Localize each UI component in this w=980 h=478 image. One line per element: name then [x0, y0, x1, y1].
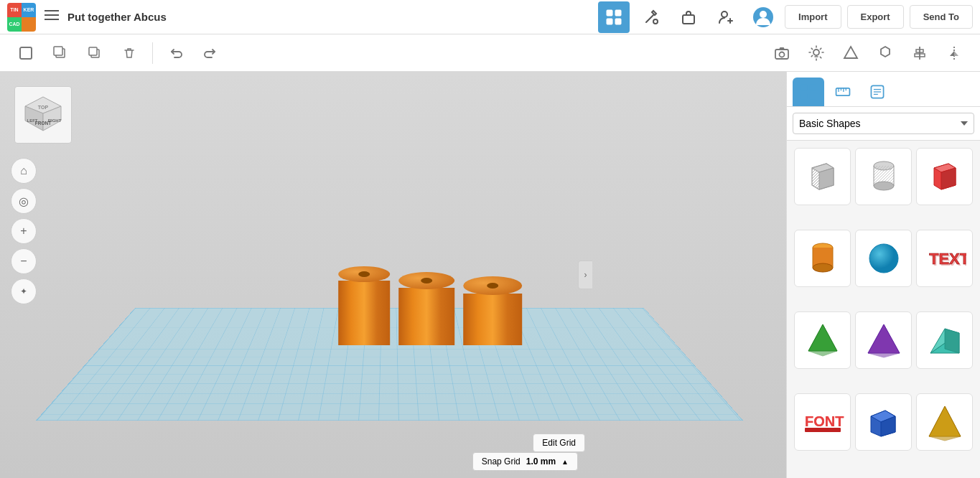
- canvas-3d[interactable]: TOP LEFT RIGHT FRONT ⌂ ◎ + − ✦ Edit Grid…: [0, 72, 786, 478]
- zoom-in-button[interactable]: +: [11, 218, 37, 244]
- cylinder-1-hole: [358, 271, 370, 277]
- main-area: TOP LEFT RIGHT FRONT ⌂ ◎ + − ✦ Edit Grid…: [0, 72, 980, 478]
- logo[interactable]: TIN KER CAD: [7, 3, 36, 32]
- view-controls: ⌂ ◎ + − ✦: [11, 158, 37, 304]
- viewport[interactable]: TOP LEFT RIGHT FRONT ⌂ ◎ + − ✦ Edit Grid…: [0, 72, 786, 478]
- undo-button[interactable]: [160, 37, 192, 69]
- shape-cylinder-solid[interactable]: [855, 148, 912, 205]
- shape-pyramid-green[interactable]: [794, 311, 851, 369]
- shape-box-red[interactable]: [916, 148, 973, 205]
- topbar: TIN KER CAD Put together Abcus: [0, 0, 980, 34]
- snap-grid-up[interactable]: ▲: [561, 458, 569, 466]
- svg-rect-0: [45, 10, 59, 11]
- logo-tr: KER: [22, 3, 36, 17]
- cylinder-2[interactable]: [398, 272, 454, 345]
- light-button[interactable]: [801, 37, 832, 69]
- cylinder-2-top: [398, 272, 454, 289]
- svg-text:FRONT: FRONT: [35, 121, 51, 126]
- svg-point-19: [813, 50, 819, 55]
- bag-button[interactable]: [673, 1, 704, 33]
- svg-text:TOP: TOP: [38, 105, 49, 110]
- svg-rect-36: [810, 85, 816, 91]
- cylinder-3[interactable]: [463, 276, 522, 345]
- grid-view-button[interactable]: [598, 1, 630, 33]
- svg-marker-73: [945, 329, 959, 353]
- cylinder-1-top: [338, 266, 390, 282]
- export-button[interactable]: Export: [847, 5, 904, 29]
- shape-pyramid-yellow[interactable]: [916, 393, 973, 451]
- svg-marker-68: [808, 324, 837, 356]
- cylinder-2-body: [398, 288, 454, 345]
- cylinder-3-body: [463, 294, 522, 345]
- duplicate-button[interactable]: [79, 37, 111, 69]
- collapse-sidebar-button[interactable]: ›: [578, 261, 592, 289]
- svg-rect-6: [615, 19, 621, 24]
- svg-marker-70: [868, 324, 900, 357]
- svg-point-18: [780, 52, 785, 57]
- cylinder-3-top: [463, 276, 522, 295]
- mirror-button[interactable]: [938, 37, 970, 69]
- camera-button[interactable]: [766, 37, 798, 69]
- cylinder-2-hole: [421, 278, 432, 283]
- svg-rect-5: [607, 19, 612, 24]
- select-button[interactable]: [10, 37, 42, 69]
- import-button[interactable]: Import: [785, 5, 841, 29]
- cylinder-1[interactable]: [338, 266, 390, 345]
- sidebar: Basic Shapes Featured Shapes Letters Num…: [786, 72, 980, 478]
- svg-marker-26: [950, 51, 954, 56]
- svg-point-53: [874, 182, 894, 190]
- shape-text-3d[interactable]: TEXT TEXT: [916, 230, 973, 287]
- svg-rect-37: [801, 93, 808, 100]
- svg-text:TEXT: TEXT: [930, 251, 966, 269]
- shape-sphere[interactable]: [855, 230, 912, 287]
- copy-button[interactable]: [45, 37, 76, 69]
- shape-pyramid-purple[interactable]: [855, 311, 912, 369]
- svg-rect-12: [20, 47, 32, 59]
- shape-wedge[interactable]: [916, 311, 973, 369]
- svg-rect-38: [810, 93, 816, 100]
- svg-point-11: [760, 11, 767, 18]
- home-view-button[interactable]: ⌂: [11, 158, 37, 184]
- snap-grid-label: Snap Grid: [482, 456, 521, 467]
- shape2-button[interactable]: [869, 37, 901, 69]
- shapes-selector: Basic Shapes Featured Shapes Letters Num…: [787, 107, 980, 141]
- tab-notes[interactable]: [862, 78, 893, 106]
- orbit-button[interactable]: ◎: [11, 188, 37, 214]
- profile-button[interactable]: [747, 1, 779, 33]
- svg-point-64: [869, 244, 898, 273]
- shape-cylinder-orange[interactable]: [794, 230, 851, 287]
- svg-point-9: [722, 11, 727, 17]
- shapes-category-select[interactable]: Basic Shapes Featured Shapes Letters Num…: [793, 113, 974, 134]
- tab-ruler[interactable]: [827, 78, 859, 106]
- svg-marker-81: [929, 406, 961, 441]
- shape-text-bump[interactable]: FONT FONT: [794, 393, 851, 451]
- shape-button[interactable]: [835, 37, 867, 69]
- shape-box-blue[interactable]: [855, 393, 912, 451]
- svg-rect-35: [801, 85, 808, 91]
- delete-button[interactable]: [113, 37, 145, 69]
- svg-rect-16: [89, 47, 97, 55]
- logo-tl: TIN: [7, 3, 22, 17]
- sidebar-tabs: [787, 72, 980, 107]
- send-to-button[interactable]: Send To: [910, 5, 973, 29]
- svg-rect-1: [45, 14, 59, 16]
- svg-rect-2: [45, 19, 59, 20]
- svg-rect-14: [54, 47, 62, 55]
- tools-button[interactable]: [635, 1, 667, 33]
- fit-button[interactable]: ✦: [11, 278, 37, 304]
- add-user-button[interactable]: [710, 1, 742, 33]
- svg-rect-8: [683, 15, 694, 24]
- redo-button[interactable]: [195, 37, 226, 69]
- view-cube[interactable]: TOP LEFT RIGHT FRONT: [14, 86, 72, 144]
- cylinders-area: [338, 266, 522, 345]
- tab-grid[interactable]: [793, 78, 824, 106]
- snap-grid-bar: Snap Grid 1.0 mm ▲: [472, 452, 578, 471]
- edit-grid-button[interactable]: Edit Grid: [533, 434, 585, 452]
- menu-button[interactable]: [42, 5, 62, 29]
- align-button[interactable]: [904, 37, 935, 69]
- zoom-out-button[interactable]: −: [11, 248, 37, 274]
- svg-rect-4: [615, 10, 621, 16]
- cylinder-1-body: [338, 281, 390, 345]
- shape-box-solid[interactable]: [794, 148, 851, 205]
- svg-point-7: [653, 19, 658, 24]
